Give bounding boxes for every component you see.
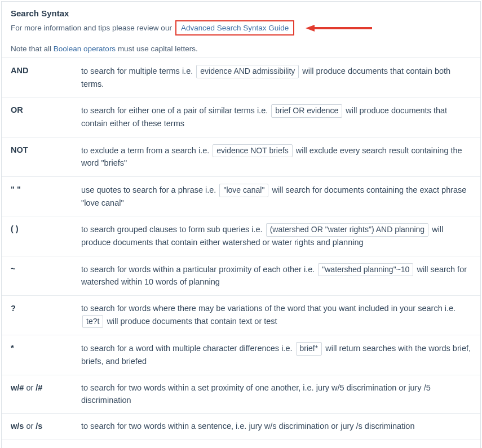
example-chip: brief OR evidence bbox=[271, 104, 342, 118]
operator-cell: NOT bbox=[2, 137, 72, 176]
subtitle-prefix: For more information and tips please rev… bbox=[11, 24, 172, 32]
table-row: ~to search for words within a particular… bbox=[2, 256, 480, 295]
description-cell: to search for two words within a sentenc… bbox=[72, 414, 480, 440]
table-row: ?to search for words where there may be … bbox=[2, 296, 480, 335]
arrow-annotation-icon bbox=[304, 23, 378, 33]
guide-link-wrap: Advanced Search Syntax Guide bbox=[174, 20, 378, 36]
description-cell: to search for words where there may be v… bbox=[72, 296, 480, 335]
example-chip: evidence AND admissibility bbox=[196, 65, 299, 78]
table-row: w/# or /#to search for two words within … bbox=[2, 375, 480, 414]
syntax-table: ANDto search for multiple terms i.e. evi… bbox=[2, 57, 480, 448]
boolean-operators-link[interactable]: Boolean operators bbox=[54, 45, 116, 53]
example-chip: brief* bbox=[296, 342, 322, 356]
operator-cell: w/# or /# bbox=[2, 375, 72, 414]
description-text: to search for words where there may be v… bbox=[81, 304, 456, 313]
description-text: to search for two words within a set pro… bbox=[81, 383, 431, 405]
operator-cell: w/p or /p bbox=[2, 440, 72, 449]
description-text: use quotes to search for a phrase i.e. bbox=[81, 185, 218, 194]
operator-cell: w/s or /s bbox=[2, 414, 72, 440]
operator-cell: OR bbox=[2, 97, 72, 137]
description-cell: to search for a word with multiple chara… bbox=[72, 335, 480, 375]
table-row: " "use quotes to search for a phrase i.e… bbox=[2, 177, 480, 216]
operator-cell: AND bbox=[2, 58, 72, 97]
table-row: w/p or /pto search for two words within … bbox=[2, 440, 480, 449]
operator-cell: ? bbox=[2, 296, 72, 335]
description-cell: to search grouped clauses to form sub qu… bbox=[72, 216, 480, 256]
panel-header: Search Syntax For more information and t… bbox=[2, 2, 480, 39]
advanced-guide-link[interactable]: Advanced Search Syntax Guide bbox=[181, 24, 289, 32]
operator-cell: ( ) bbox=[2, 216, 72, 256]
description-text: to search for two words within a sentenc… bbox=[81, 422, 415, 431]
search-syntax-panel: Search Syntax For more information and t… bbox=[1, 1, 481, 448]
table-row: *to search for a word with multiple char… bbox=[2, 335, 480, 375]
note-suffix: must use capital letters. bbox=[116, 45, 198, 53]
description-text: to search for a word with multiple chara… bbox=[81, 344, 295, 353]
example-chip: (watershed OR "water rights") AND planni… bbox=[266, 223, 429, 237]
guide-highlight-box: Advanced Search Syntax Guide bbox=[175, 20, 294, 36]
panel-subtitle: For more information and tips please rev… bbox=[11, 20, 471, 36]
description-cell: use quotes to search for a phrase i.e. "… bbox=[72, 177, 480, 216]
table-row: w/s or /sto search for two words within … bbox=[2, 414, 480, 440]
note-prefix: Note that all bbox=[11, 45, 54, 53]
example-chip: te?t bbox=[82, 315, 103, 329]
description-text: will produce documents that contain text… bbox=[104, 317, 277, 326]
table-row: ( )to search grouped clauses to form sub… bbox=[2, 216, 480, 256]
operator-cell: * bbox=[2, 335, 72, 375]
table-row: ORto search for either one of a pair of … bbox=[2, 97, 480, 137]
example-chip: evidence NOT briefs bbox=[213, 144, 292, 158]
description-cell: to search for either one of a pair of si… bbox=[72, 97, 480, 137]
description-cell: to search for two words within a paragra… bbox=[72, 440, 480, 449]
description-text: to search for multiple terms i.e. bbox=[81, 66, 195, 76]
example-chip: "watershed planning"~10 bbox=[318, 263, 413, 277]
description-text: to search for words within a particular … bbox=[81, 265, 317, 274]
operator-cell: ~ bbox=[2, 256, 72, 295]
example-chip: "love canal" bbox=[219, 184, 268, 197]
operator-cell: " " bbox=[2, 177, 72, 216]
description-cell: to exclude a term from a search i.e. evi… bbox=[72, 137, 480, 176]
panel-title: Search Syntax bbox=[11, 8, 471, 18]
svg-marker-1 bbox=[306, 25, 315, 32]
description-text: to exclude a term from a search i.e. bbox=[81, 146, 211, 155]
description-text: to search for either one of a pair of si… bbox=[81, 106, 270, 115]
description-cell: to search for words within a particular … bbox=[72, 256, 480, 295]
boolean-note: Note that all Boolean operators must use… bbox=[2, 39, 480, 57]
description-text: to search grouped clauses to form sub qu… bbox=[81, 225, 265, 234]
description-cell: to search for two words within a set pro… bbox=[72, 375, 480, 414]
table-row: ANDto search for multiple terms i.e. evi… bbox=[2, 58, 480, 97]
table-row: NOTto exclude a term from a search i.e. … bbox=[2, 137, 480, 176]
description-cell: to search for multiple terms i.e. eviden… bbox=[72, 58, 480, 97]
